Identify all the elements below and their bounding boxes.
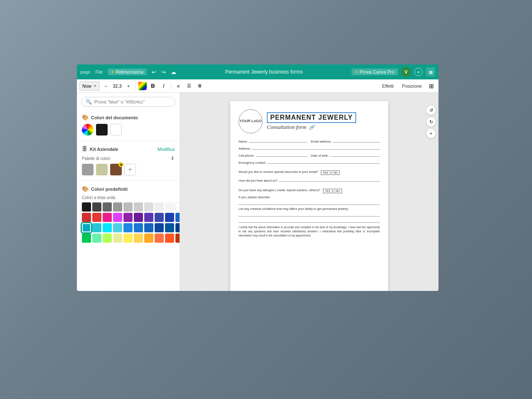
dob-label: Date of birth: [311, 154, 329, 158]
color-palegray[interactable] [144, 202, 153, 212]
conditions-line2 [239, 219, 380, 223]
color-violet[interactable] [144, 213, 153, 222]
rotate-button[interactable]: ↻ [426, 117, 436, 127]
gradient-swatch[interactable] [82, 124, 94, 135]
align-right-button[interactable]: ≣ [195, 81, 204, 91]
font-size-increase-button[interactable]: + [124, 81, 133, 91]
color-cyan2[interactable] [92, 223, 101, 232]
divider1 [77, 140, 180, 141]
color-black[interactable] [82, 202, 91, 212]
color-blue1[interactable] [165, 213, 174, 222]
color-cyan3[interactable] [103, 223, 112, 232]
color-navydark[interactable] [175, 223, 180, 232]
user-avatar[interactable]: V [401, 67, 411, 77]
color-pink[interactable] [103, 213, 112, 222]
align-center-button[interactable]: ☰ [185, 81, 194, 91]
doc-main-title[interactable]: PERMANENT JEWERLY [267, 112, 356, 123]
font-size-decrease-button[interactable]: − [101, 81, 111, 91]
color-magenta[interactable] [113, 213, 122, 222]
no2-btn[interactable]: NO [334, 189, 342, 193]
modifica-button[interactable]: Modifica [158, 147, 175, 152]
color-green2[interactable] [92, 234, 101, 243]
color-offwhite[interactable] [165, 202, 174, 212]
effects-button[interactable]: Effetti [379, 83, 397, 89]
color-blue5[interactable] [144, 223, 153, 232]
name-field: Name: [239, 138, 308, 143]
color-blue4[interactable] [134, 223, 143, 232]
name-line [249, 138, 308, 143]
briefcase-icon: 🗄 [82, 146, 87, 152]
star-badge: ★ [118, 162, 123, 167]
kit-swatch-brown[interactable]: ★ [110, 164, 122, 175]
undo-icon[interactable]: ↩ [152, 69, 156, 75]
homepage-label[interactable]: page [80, 69, 90, 74]
no1-btn[interactable]: NO [332, 170, 340, 175]
color-lightgray[interactable] [123, 202, 133, 212]
prova-canva-pro-button[interactable]: Prova Canva Pro [352, 69, 398, 75]
color-white[interactable] [175, 202, 180, 212]
resize-button[interactable]: Ridimensiona [108, 69, 147, 75]
q2-line [279, 177, 380, 182]
color-indigo[interactable] [155, 213, 164, 222]
analytics-icon[interactable]: ▦ [426, 67, 435, 76]
italic-button[interactable]: I [159, 81, 168, 91]
kit-title-row: 🗄 Kit Aziendale [82, 146, 118, 152]
color-red1[interactable] [82, 213, 91, 222]
palette-header: Palette di colori ⬇ [82, 155, 175, 161]
color-redbrown[interactable] [175, 234, 180, 243]
redo-icon[interactable]: ↪ [161, 69, 166, 75]
color-palelime[interactable] [113, 234, 122, 243]
kit-swatch-sage[interactable] [96, 164, 108, 175]
canvas-area: YOUR LoGO PERMANENT JEWERLY Consultation… [180, 93, 438, 291]
refresh-button[interactable]: ↺ [426, 105, 436, 115]
color-yellow[interactable] [123, 234, 133, 243]
color-orange1[interactable] [144, 234, 153, 243]
color-green1[interactable] [82, 234, 91, 243]
color-darkblue[interactable] [155, 223, 164, 232]
color-darkgray[interactable] [92, 202, 101, 212]
canvas-controls: ↺ ↻ + [426, 105, 436, 138]
color-navy[interactable] [165, 223, 174, 232]
color-lime[interactable] [103, 234, 112, 243]
allergy-line [239, 201, 380, 205]
font-selector[interactable]: Now ▼ [79, 81, 100, 91]
topbar-left: page File Ridimensiona ↩ ↪ ☁ [80, 69, 176, 75]
color-blue3[interactable] [123, 223, 133, 232]
predefined-section: 🎨 Colori predefiniti Colori a tinta unit… [77, 182, 180, 246]
more-options-button[interactable]: ⊞ [427, 81, 436, 91]
color-gray[interactable] [103, 202, 112, 212]
doc-title-block: PERMANENT JEWERLY Consultation form 🔗 [267, 112, 380, 131]
color-search-box[interactable]: 🔍 [81, 97, 175, 107]
yes2-btn[interactable]: YES [323, 189, 332, 193]
color-purple1[interactable] [123, 213, 133, 222]
zoom-in-button[interactable]: + [426, 128, 436, 138]
color-cyan4[interactable] [113, 223, 122, 232]
white-swatch[interactable] [110, 124, 122, 135]
document-page[interactable]: YOUR LoGO PERMANENT JEWERLY Consultation… [230, 101, 388, 291]
color-blue2[interactable] [175, 213, 180, 222]
file-label[interactable]: File [95, 69, 103, 74]
color-nearlyw[interactable] [155, 202, 164, 212]
add-button[interactable]: + [414, 68, 423, 76]
color-purple2[interactable] [134, 213, 143, 222]
address-line [252, 145, 380, 150]
font-size-control: − 32,3 + [101, 81, 133, 91]
position-button[interactable]: Posizione [399, 83, 425, 89]
color-orange2[interactable] [155, 234, 164, 243]
kit-swatch-gray[interactable] [82, 164, 94, 175]
question2-text: How did you hear about us? [239, 179, 277, 182]
align-left-button[interactable]: ≡ [174, 81, 183, 91]
color-silver[interactable] [134, 202, 143, 212]
black-swatch[interactable] [96, 124, 108, 135]
color-amber[interactable] [134, 234, 143, 243]
add-color-button[interactable]: + [124, 164, 136, 175]
color-midgray[interactable] [113, 202, 122, 212]
text-color-button[interactable] [138, 82, 147, 90]
bold-button[interactable]: B [148, 81, 158, 91]
color-deeporange[interactable] [165, 234, 174, 243]
color-red2[interactable] [92, 213, 101, 222]
yes1-btn[interactable]: YES [321, 170, 330, 175]
palette-icon: 🎨 [82, 114, 89, 121]
color-cyan1[interactable] [82, 223, 91, 232]
color-search-input[interactable] [94, 99, 171, 104]
